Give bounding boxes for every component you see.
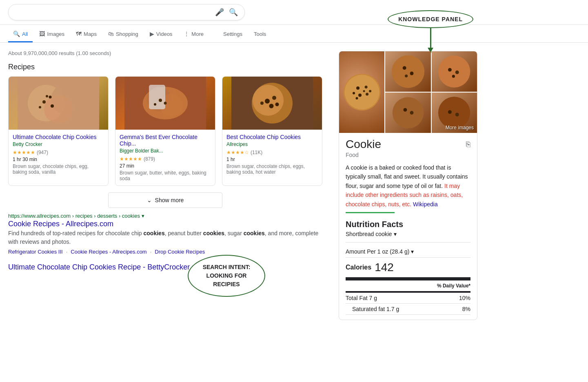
nutrition-subtitle[interactable]: Shortbread cookie ▾ bbox=[346, 231, 470, 237]
images-icon: 🖼 bbox=[39, 31, 45, 37]
svg-point-40 bbox=[448, 68, 452, 72]
tab-videos[interactable]: ▶ Videos bbox=[145, 26, 178, 42]
recipe-card-2[interactable]: Gemma's Best Ever Chocolate Chip... Bigg… bbox=[115, 76, 215, 186]
maps-icon: 🗺 bbox=[76, 31, 82, 37]
svg-point-32 bbox=[363, 90, 365, 92]
results-count: About 9,970,000,000 results (1.00 second… bbox=[8, 47, 322, 56]
nutrient-total-fat: Total Fat 7 g 10% bbox=[346, 293, 470, 304]
svg-point-16 bbox=[164, 102, 167, 105]
svg-point-14 bbox=[159, 99, 162, 102]
dropdown-arrow-icon: ▾ bbox=[394, 231, 397, 237]
search-intent-annotation: SEARCH INTENT:LOOKING FORRECIPIES bbox=[188, 255, 265, 297]
svg-point-34 bbox=[369, 90, 371, 92]
recipe-stars-3: ★★★★☆ bbox=[226, 150, 249, 155]
sitelink-drop-cookies[interactable]: Drop Cookie Recipes bbox=[155, 249, 205, 255]
all-icon: 🔍 bbox=[13, 31, 20, 37]
tab-maps[interactable]: 🗺 Maps bbox=[71, 26, 102, 42]
tab-settings[interactable]: Settings bbox=[218, 27, 247, 42]
recipe-stars-2: ★★★★★ bbox=[120, 156, 142, 162]
web-result-title-bettycrocker[interactable]: Ultimate Chocolate Chip Cookies Recipe -… bbox=[8, 263, 322, 272]
recipe-time-3: 1 hr bbox=[226, 157, 318, 162]
recipe-count-1: (947) bbox=[37, 150, 48, 155]
svg-point-38 bbox=[405, 75, 408, 77]
more-images-label[interactable]: More images bbox=[446, 125, 474, 130]
search-icon[interactable]: 🔍 bbox=[229, 8, 238, 17]
show-more-button[interactable]: ⌄ Show more bbox=[108, 192, 222, 208]
nutrition-calories: Calories 142 bbox=[346, 258, 470, 277]
kp-small-image-4[interactable]: More images bbox=[432, 93, 477, 133]
top-bar: cookies 🎤 🔍 bbox=[0, 0, 588, 25]
recipe-ingredients-1: Brown sugar, chocolate chips, egg, bakin… bbox=[13, 163, 104, 175]
web-result-desc-allrecipes: Find hundreds of top-rated recipes for c… bbox=[8, 229, 322, 246]
calories-label: Calories bbox=[346, 264, 371, 271]
web-result-sitelinks-allrecipes: Refrigerator Cookies III · Cookie Recipe… bbox=[8, 249, 322, 255]
nutrition-amount[interactable]: Amount Per 1 oz (28.4 g) ▾ bbox=[346, 246, 470, 258]
wikipedia-link[interactable]: Wikipedia bbox=[413, 201, 438, 208]
search-box[interactable]: cookies 🎤 🔍 bbox=[8, 4, 245, 20]
tab-tools[interactable]: Tools bbox=[249, 27, 271, 42]
svg-point-6 bbox=[39, 106, 41, 108]
tab-images[interactable]: 🖼 Images bbox=[34, 26, 69, 42]
daily-value-header: % Daily Value* bbox=[346, 277, 470, 293]
nav-tabs: 🔍 All 🖼 Images 🗺 Maps 🛍 Shopping ▶ Video… bbox=[0, 25, 588, 43]
svg-point-23 bbox=[260, 102, 264, 105]
annotation-arrow bbox=[430, 28, 431, 53]
shopping-icon: 🛍 bbox=[108, 31, 114, 37]
recipe-title-3: Best Chocolate Chip Cookies bbox=[226, 134, 318, 140]
tab-more[interactable]: ⋮ More bbox=[179, 26, 209, 42]
svg-point-29 bbox=[358, 94, 362, 97]
kp-main-image[interactable] bbox=[339, 51, 384, 133]
kp-small-image-1[interactable] bbox=[385, 51, 430, 92]
svg-point-31 bbox=[353, 92, 355, 94]
nutrition-title: Nutrition Facts bbox=[346, 220, 470, 229]
svg-point-43 bbox=[393, 97, 424, 128]
recipe-image-1 bbox=[9, 77, 108, 130]
knowledge-panel-annotation: KNOWLEDGE PANEL bbox=[388, 10, 473, 53]
svg-point-26 bbox=[344, 75, 379, 109]
more-icon: ⋮ bbox=[184, 31, 189, 37]
dropdown-icon[interactable]: ▾ bbox=[142, 213, 144, 219]
web-result-title-allrecipes[interactable]: Cookie Recipes - Allrecipes.com bbox=[8, 220, 322, 228]
svg-point-7 bbox=[51, 104, 54, 108]
recipe-time-1: 1 hr 30 min bbox=[13, 157, 104, 162]
recipes-grid: Ultimate Chocolate Chip Cookies Betty Cr… bbox=[8, 76, 322, 186]
right-panel: KNOWLEDGE PANEL bbox=[331, 43, 486, 324]
svg-rect-13 bbox=[149, 85, 165, 109]
search-input[interactable]: cookies bbox=[15, 9, 215, 16]
svg-point-28 bbox=[364, 86, 367, 88]
svg-point-30 bbox=[366, 93, 368, 96]
kp-small-image-3[interactable] bbox=[385, 93, 430, 133]
svg-point-22 bbox=[269, 104, 274, 108]
recipe-ingredients-2: Brown sugar, butter, white, eggs, baking… bbox=[120, 170, 211, 181]
annotation-oval-label: KNOWLEDGE PANEL bbox=[388, 10, 473, 28]
tab-all[interactable]: 🔍 All bbox=[8, 26, 33, 42]
recipe-source-2: Bigger Bolder Bak... bbox=[120, 148, 211, 154]
svg-point-48 bbox=[455, 113, 459, 117]
nutrition-divider-1 bbox=[346, 242, 470, 243]
svg-point-42 bbox=[452, 75, 455, 78]
svg-point-5 bbox=[49, 96, 52, 99]
recipe-card-3[interactable]: Best Chocolate Chip Cookies Allrecipes ★… bbox=[222, 76, 322, 186]
kp-underline-decoration bbox=[346, 212, 395, 213]
mic-icon[interactable]: 🎤 bbox=[215, 8, 224, 17]
knowledge-panel: More images Cookie ⎘ Food A cookie is a … bbox=[339, 51, 477, 320]
amount-dropdown-icon: ▾ bbox=[411, 248, 414, 255]
tab-shopping[interactable]: 🛍 Shopping bbox=[103, 26, 143, 42]
nutrition-section: Nutrition Facts Shortbread cookie ▾ Amou… bbox=[346, 220, 470, 315]
svg-point-27 bbox=[356, 86, 359, 90]
left-panel: About 9,970,000,000 results (1.00 second… bbox=[0, 43, 331, 324]
sitelink-refrigerator[interactable]: Refrigerator Cookies III bbox=[8, 249, 63, 255]
chevron-down-icon: ⌄ bbox=[147, 197, 152, 203]
recipe-card-1[interactable]: Ultimate Chocolate Chip Cookies Betty Cr… bbox=[8, 76, 109, 186]
svg-point-44 bbox=[403, 108, 407, 112]
sitelink-cookie-recipes[interactable]: Cookie Recipes - Allrecipes.com bbox=[71, 249, 146, 255]
recipe-count-2: (879) bbox=[144, 156, 155, 162]
svg-point-47 bbox=[448, 110, 452, 114]
kp-small-image-2[interactable] bbox=[432, 51, 477, 92]
kp-description: A cookie is a baked or cooked food that … bbox=[346, 163, 470, 209]
svg-point-39 bbox=[438, 55, 470, 87]
svg-point-20 bbox=[265, 99, 270, 104]
web-result-url-allrecipes: https://www.allrecipes.com › recipes › d… bbox=[8, 213, 322, 219]
share-icon[interactable]: ⎘ bbox=[466, 140, 470, 149]
svg-point-37 bbox=[410, 72, 413, 75]
